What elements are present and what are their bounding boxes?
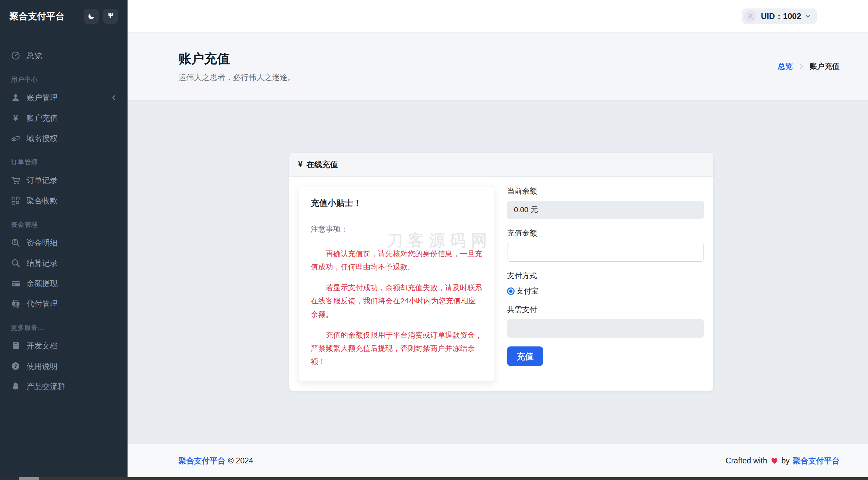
sidebar-item-account-recharge[interactable]: ¥ 账户充值 [5,111,123,125]
sidebar-item-label: 聚合收款 [26,196,58,206]
footer-copyright: 聚合支付平台© 2024 [178,456,256,466]
sidebar-item-account-management[interactable]: 账户管理 [5,90,123,105]
sidebar-item-label: 使用说明 [26,361,58,372]
brush-icon [107,13,114,20]
sidebar-item-label: 资金明细 [26,238,58,248]
sidebar-item-label: 总览 [26,51,42,61]
svg-text:e: e [13,134,16,142]
yen-icon: ¥ [11,114,20,122]
sidebar-item-label: 余额提现 [26,278,58,289]
user-icon [11,93,20,102]
tips-warning: 若显示支付成功，余额却充值失败，请及时联系在线客服反馈，我们将会在24小时内为您… [311,281,482,321]
recharge-card-body: 充值小贴士！ 注意事项： 再确认充值前，请先核对您的身份信息，一旦充值成功，任何… [289,177,713,391]
breadcrumb: 总览 账户充值 [778,61,840,72]
tips-title: 充值小贴士！ [311,197,482,208]
qq-icon [11,382,20,391]
heart-icon [770,457,778,465]
sidebar-item-product-group[interactable]: 产品交流群 [5,379,123,394]
scrollbar-thumb[interactable] [19,477,39,480]
breadcrumb-current: 账户充值 [810,61,840,72]
sidebar-nav: 总览 用户中心 账户管理 ¥ 账户充值 e 域名授权 订单管理 [0,33,128,394]
uid-label: UID：1002 [761,11,801,22]
sidebar-section-title: 用户中心 [11,75,117,84]
credit-card-icon [11,279,20,288]
chevron-down-icon [805,13,811,20]
moon-icon [88,13,95,20]
footer-by-text: by [782,456,790,465]
chevron-left-icon [111,95,117,101]
explorer-icon: e [11,134,20,143]
content-area: ¥ 在线充值 充值小贴士！ 注意事项： 再确认充值前，请先核对您的身份信息，一旦… [128,101,868,444]
sidebar-item-label: 域名授权 [26,133,58,144]
sidebar-item-balance-withdrawal[interactable]: 余额提现 [5,276,123,291]
theme-button[interactable] [103,9,118,24]
footer: 聚合支付平台© 2024 Crafted with by 聚合支付平台 [128,444,868,477]
scrollbar-track-segment [0,477,19,480]
sidebar-item-settlement-records[interactable]: 结算记录 [5,256,123,271]
qrcode-icon [11,196,20,205]
yen-icon: ¥ [298,160,303,169]
money-transfer-icon [11,299,20,308]
sidebar-item-label: 开发文档 [26,341,58,351]
page-subtitle: 运伟大之思者，必行伟大之迷途。 [178,72,295,83]
page-header: 账户充值 运伟大之思者，必行伟大之迷途。 总览 账户充值 [128,33,868,101]
sidebar-section-title: 更多服务... [11,323,117,332]
svg-text:$: $ [14,240,16,244]
cart-icon [11,176,20,185]
sidebar-item-aggregate-collection[interactable]: 聚合收款 [5,193,123,208]
breadcrumb-root-link[interactable]: 总览 [778,61,793,72]
user-menu-button[interactable]: UID：1002 [742,8,817,24]
recharge-card-header: ¥ 在线充值 [289,153,713,177]
gauge-icon [11,51,20,60]
brand-logo: 聚合支付平台 [9,10,64,22]
svg-text:?: ? [14,363,17,369]
sidebar-header: 聚合支付平台 [0,0,128,33]
sidebar-item-label: 结算记录 [26,258,58,268]
search-dollar-icon: $ [11,238,20,247]
balance-field [507,201,704,219]
sidebar-item-fund-details[interactable]: $ 资金明细 [5,235,123,250]
amount-label: 充值金额 [507,228,704,238]
footer-crafted-text: Crafted with [726,456,767,465]
balance-label: 当前余额 [507,186,704,196]
book-icon [11,341,20,350]
sidebar-item-payout-management[interactable]: 代付管理 [5,296,123,311]
footer-credit: Crafted with by 聚合支付平台 [726,456,840,466]
amount-input[interactable] [507,243,704,262]
sidebar-section-title: 订单管理 [11,158,117,167]
sidebar-item-label: 订单记录 [26,175,58,186]
sidebar-item-usage-guide[interactable]: ? 使用说明 [5,359,123,374]
dark-mode-button[interactable] [84,9,99,24]
question-circle-icon: ? [11,362,20,371]
horizontal-scrollbar[interactable] [0,477,868,480]
recharge-card: ¥ 在线充值 充值小贴士！ 注意事项： 再确认充值前，请先核对您的身份信息，一旦… [289,153,713,391]
tips-note-label: 注意事项： [311,224,482,234]
chevron-right-icon [797,63,805,70]
footer-brand-link[interactable]: 聚合支付平台 [178,456,225,465]
sidebar-item-label: 账户管理 [26,93,58,103]
avatar [744,10,756,22]
sidebar-item-order-records[interactable]: 订单记录 [5,173,123,188]
sidebar-section-title: 资金管理 [11,220,117,229]
recharge-card-title: 在线充值 [307,159,338,170]
footer-brand-link-right[interactable]: 聚合支付平台 [793,456,840,466]
topbar: UID：1002 [128,0,868,33]
total-label: 共需支付 [507,305,704,315]
sidebar-item-label: 账户充值 [26,113,58,123]
recharge-submit-button[interactable]: 充值 [507,346,543,366]
tips-warning: 再确认充值前，请先核对您的身份信息，一旦充值成功，任何理由均不予退款。 [311,247,482,274]
page-title: 账户充值 [178,50,295,67]
sidebar-item-domain-authorization[interactable]: e 域名授权 [5,131,123,146]
alipay-radio[interactable] [507,287,515,295]
sidebar-item-dev-docs[interactable]: 开发文档 [5,338,123,353]
alipay-radio-label: 支付宝 [516,286,539,296]
sidebar-item-overview[interactable]: 总览 [5,48,123,63]
footer-copy-text: © 2024 [228,456,253,465]
sidebar-item-label: 代付管理 [26,299,58,309]
total-field [507,319,704,338]
sidebar: 聚合支付平台 总览 用户中心 [0,0,128,477]
recharge-form: 当前余额 充值金额 支付方式 支付宝 共需支付 [507,186,704,381]
sidebar-item-label: 产品交流群 [26,381,65,392]
search-icon [11,259,20,267]
tips-panel: 充值小贴士！ 注意事项： 再确认充值前，请先核对您的身份信息，一旦充值成功，任何… [299,186,494,381]
